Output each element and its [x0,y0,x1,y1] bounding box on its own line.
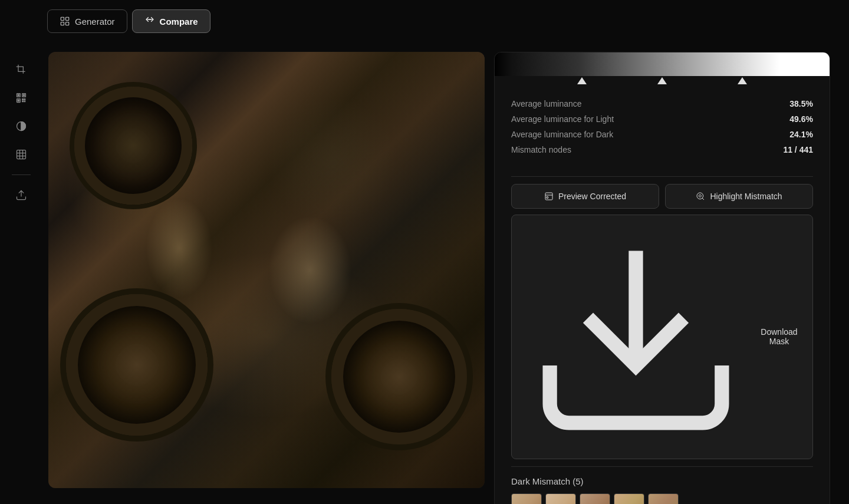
divider-1 [511,176,813,177]
upload-tool-button[interactable] [8,182,34,208]
svg-rect-2 [61,22,64,25]
generator-button[interactable]: Generator [47,9,127,33]
avg-luminance-dark-label: Average luminance for Dark [511,130,613,139]
svg-rect-3 [66,22,69,25]
svg-rect-0 [61,17,64,20]
disk-bottom-left [66,294,208,436]
avg-luminance-light-row: Average luminance for Light 49.6% [511,111,813,127]
dark-mismatch-thumb-2[interactable] [545,493,576,504]
svg-rect-14 [547,197,548,199]
top-navigation: Generator Compare [47,9,210,33]
svg-rect-1 [66,17,69,20]
avg-luminance-light-value: 49.6% [789,114,813,124]
avg-luminance-dark-value: 24.1% [789,130,813,139]
avg-luminance-value: 38.5% [789,99,813,108]
upload-icon [15,189,27,201]
dark-mismatch-thumbs [511,493,813,504]
avg-luminance-row: Average luminance 38.5% [511,96,813,111]
svg-rect-9 [18,100,19,101]
qr-icon [15,92,27,104]
highlight-mismatch-button[interactable]: Highlight Mistmatch [665,184,813,209]
svg-point-15 [697,193,703,199]
highlight-mismatch-icon [696,192,705,201]
download-mask-icon [521,222,751,452]
svg-point-16 [699,195,702,197]
dark-mismatch-thumb-4[interactable] [614,493,644,504]
left-sidebar [0,52,42,213]
grid-tool-button[interactable] [8,141,34,167]
generator-icon [60,16,70,27]
histogram-bar [495,52,830,76]
histogram-marker-3[interactable] [738,77,747,84]
svg-rect-7 [18,94,19,96]
action-buttons-section: Preview Corrected Highlight Mistmatch Do… [495,184,830,459]
image-placeholder [48,52,485,488]
avg-luminance-dark-row: Average luminance for Dark 24.1% [511,127,813,142]
dark-mismatch-thumb-5[interactable] [648,493,679,504]
preview-corrected-button[interactable]: Preview Corrected [511,184,659,209]
dark-mismatch-title: Dark Mismatch (5) [511,476,813,486]
avg-luminance-light-label: Average luminance for Light [511,114,614,124]
disk-top-left [74,87,192,205]
download-mask-button[interactable]: Download Mask [511,215,813,459]
dark-mismatch-thumb-3[interactable] [580,493,610,504]
mismatch-nodes-row: Mismatch nodes 11 / 441 [511,142,813,157]
histogram-marker-1[interactable] [577,77,587,84]
preview-corrected-icon [544,192,554,201]
divider-2 [511,466,813,467]
right-panel: Average luminance 38.5% Average luminanc… [494,52,830,504]
mismatch-nodes-value: 11 / 441 [783,145,813,154]
contrast-tool-button[interactable] [8,113,34,139]
disk-bottom-right [331,309,467,444]
svg-rect-11 [17,150,26,159]
crop-tool-button[interactable] [8,57,34,83]
stats-section: Average luminance 38.5% Average luminanc… [495,87,830,169]
dark-mismatch-section: Dark Mismatch (5) [495,476,830,504]
crop-icon [15,64,27,75]
contrast-icon [15,120,27,132]
mismatch-nodes-label: Mismatch nodes [511,145,571,154]
svg-rect-13 [545,193,552,200]
compare-button[interactable]: Compare [132,9,210,33]
histogram-marker-2[interactable] [657,77,667,84]
compare-icon [144,16,155,27]
action-row-1: Preview Corrected Highlight Mistmatch [511,184,813,209]
qr-tool-button[interactable] [8,85,34,111]
svg-rect-8 [23,94,25,96]
main-image-canvas[interactable] [48,52,485,488]
grid-icon [15,149,27,160]
histogram-triangles [495,75,830,87]
sidebar-divider [12,174,31,175]
avg-luminance-label: Average luminance [511,99,582,108]
dark-mismatch-thumb-1[interactable] [511,493,542,504]
